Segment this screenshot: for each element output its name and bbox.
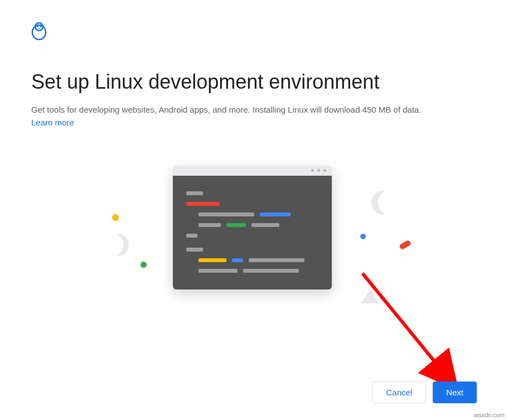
svg-point-1 <box>35 23 43 31</box>
decoration-moon-right <box>371 190 396 215</box>
page-title: Set up Linux development environment <box>31 70 477 94</box>
learn-more-link[interactable]: Learn more <box>31 118 74 127</box>
decoration-pill-red <box>399 239 412 250</box>
penguin-icon <box>31 22 477 42</box>
terminal-titlebar <box>173 166 332 176</box>
watermark: wsxdn.com <box>474 412 505 418</box>
footer-actions: Cancel Next <box>372 382 477 403</box>
illustration <box>31 156 477 362</box>
page-subtitle: Get tools for developing websites, Andro… <box>31 104 477 117</box>
svg-point-2 <box>36 25 38 27</box>
svg-point-0 <box>32 25 46 40</box>
terminal-illustration <box>173 166 332 289</box>
decoration-dot-blue <box>360 234 366 239</box>
decoration-dot-green <box>141 262 147 268</box>
decoration-triangle <box>361 289 379 303</box>
svg-point-3 <box>40 25 42 27</box>
next-button[interactable]: Next <box>433 382 477 403</box>
cancel-button[interactable]: Cancel <box>372 382 426 403</box>
decoration-moon-left <box>107 234 129 256</box>
decoration-dot-yellow <box>112 214 119 221</box>
